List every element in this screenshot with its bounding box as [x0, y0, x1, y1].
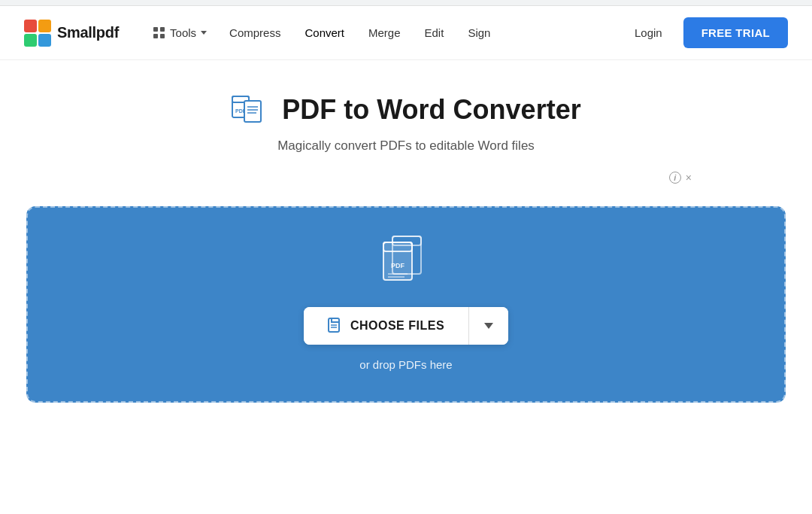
tools-label: Tools: [170, 26, 196, 39]
nav-right: Login FREE TRIAL: [626, 17, 788, 48]
pdf-files-icon: PDF: [376, 232, 436, 289]
drop-zone[interactable]: PDF CHOOSE FILES or drop PDFs her: [26, 206, 786, 403]
page-title: PDF to Word Converter: [282, 94, 580, 126]
free-trial-button[interactable]: FREE TRIAL: [683, 17, 788, 48]
logo-link[interactable]: Smallpdf: [24, 20, 119, 47]
ad-info-icon[interactable]: i: [669, 172, 681, 184]
login-button[interactable]: Login: [626, 20, 671, 45]
merge-link[interactable]: Merge: [356, 20, 413, 45]
grid-icon: [153, 27, 165, 39]
svg-rect-1: [38, 20, 51, 32]
main-content: PDF PDF to Word Converter Magically conv…: [0, 60, 812, 403]
page-header-top: PDF PDF to Word Converter: [231, 90, 580, 129]
drop-hint: or drop PDFs here: [359, 358, 452, 371]
close-ad-button[interactable]: ×: [686, 172, 692, 184]
logo-text: Smallpdf: [57, 24, 119, 41]
page-header: PDF PDF to Word Converter Magically conv…: [231, 90, 580, 154]
choose-files-label: CHOOSE FILES: [350, 319, 444, 333]
choose-files-dropdown-button[interactable]: [469, 307, 508, 345]
svg-rect-0: [24, 20, 37, 32]
ad-controls: i ×: [669, 172, 692, 184]
nav-links: Tools Compress Convert Merge Edit Sign: [143, 20, 626, 45]
compress-link[interactable]: Compress: [217, 20, 292, 45]
convert-link[interactable]: Convert: [292, 20, 356, 45]
choose-files-button[interactable]: CHOOSE FILES: [304, 307, 469, 345]
pdf-to-word-icon: PDF: [231, 90, 270, 129]
navbar: Smallpdf Tools Compress Convert Merge Ed…: [0, 6, 812, 60]
ad-area: i ×: [68, 172, 744, 194]
chevron-down-icon: [201, 31, 207, 35]
svg-rect-3: [38, 34, 51, 47]
edit-link[interactable]: Edit: [413, 20, 456, 45]
svg-rect-7: [244, 101, 261, 122]
page-subtitle: Magically convert PDFs to editable Word …: [231, 138, 580, 154]
sign-link[interactable]: Sign: [456, 20, 502, 45]
dropdown-chevron-icon: [484, 323, 493, 329]
file-icon: [328, 318, 343, 334]
smallpdf-logo-icon: [24, 20, 51, 47]
svg-text:PDF: PDF: [391, 262, 405, 269]
svg-rect-2: [24, 34, 37, 47]
browser-bar: [0, 0, 812, 6]
info-symbol: i: [674, 173, 676, 182]
tools-menu-button[interactable]: Tools: [143, 20, 217, 45]
choose-files-row: CHOOSE FILES: [304, 307, 508, 345]
